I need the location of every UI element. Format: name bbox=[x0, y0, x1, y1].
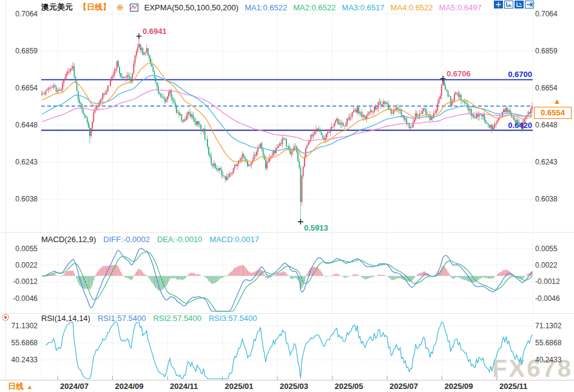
chart-toolbar bbox=[494, 1, 534, 8]
current-price-badge: 0.6554 bbox=[534, 107, 572, 119]
ma4-value: MA4:0.6522 bbox=[390, 3, 433, 12]
ma3-value: MA3:0.6517 bbox=[342, 3, 384, 12]
macd-legend: MACD(26,12,9) DIFF:-0.0002 DEA:-0.0010 M… bbox=[41, 235, 259, 244]
ma1-value: MA1:0.6522 bbox=[245, 3, 287, 12]
zoom-area-icon[interactable] bbox=[504, 1, 513, 8]
indicator-settings-icon[interactable] bbox=[1, 313, 10, 322]
symbol-title: 澳元美元 bbox=[41, 2, 73, 13]
period-button-label: 日线 bbox=[8, 381, 24, 392]
pop-out-icon[interactable] bbox=[525, 1, 534, 8]
chart-type-icon[interactable] bbox=[130, 4, 138, 12]
macd-diff-value: DIFF:-0.0002 bbox=[103, 235, 150, 244]
rsi3-value: RSI3:57.5400 bbox=[209, 314, 257, 323]
rsi1-value: RSI1:57.5400 bbox=[98, 314, 146, 323]
rsi-title[interactable]: RSI(14,14,14) bbox=[41, 314, 90, 323]
price-up-arrow-icon: ▲ bbox=[553, 97, 561, 106]
indicator-label[interactable]: EXPMA(50,50,100,50,200) bbox=[144, 3, 238, 12]
ma2-value: MA2:0.6522 bbox=[293, 3, 336, 12]
time-axis-bar bbox=[0, 380, 574, 392]
add-indicator-icon[interactable]: ⊕ bbox=[116, 4, 124, 12]
crosshair-icon[interactable] bbox=[494, 1, 503, 8]
axis-scale-icon[interactable] bbox=[515, 1, 524, 8]
main-chart-legend: 澳元美元 【日线】 ⊕ EXPMA(50,50,100,50,200) MA1:… bbox=[41, 2, 482, 13]
chart-canvas[interactable] bbox=[0, 0, 574, 392]
macd-title[interactable]: MACD(26,12,9) bbox=[41, 235, 96, 244]
ma5-value: MA5:0.6497 bbox=[439, 3, 482, 12]
rsi2-value: RSI2:57.5400 bbox=[153, 314, 201, 323]
macd-dea-value: DEA:-0.0010 bbox=[157, 235, 202, 244]
up-triangle-icon: ▲ bbox=[27, 384, 33, 390]
period-tag[interactable]: 【日线】 bbox=[79, 2, 110, 13]
period-button[interactable]: 日线 ▲ bbox=[8, 381, 33, 392]
fx-chart-app: FX678 0.67000.64200.69410.67060.59130.70… bbox=[0, 0, 574, 392]
macd-macd-value: MACD:0.0017 bbox=[209, 235, 259, 244]
rsi-legend: RSI(14,14,14) RSI1:57.5400 RSI2:57.5400 … bbox=[41, 314, 257, 323]
